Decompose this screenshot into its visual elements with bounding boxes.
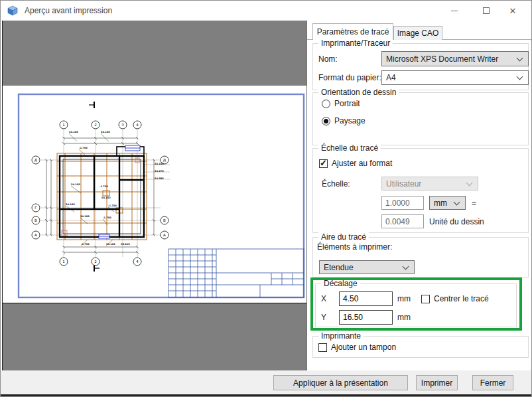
drawing-unit-input [381, 214, 424, 228]
svg-text:54.100: 54.100 [106, 243, 115, 246]
fit-to-paper-label: Ajuster au format [332, 159, 392, 168]
offset-x-input[interactable] [339, 291, 393, 306]
print-button[interactable]: Imprimer [416, 375, 458, 390]
minimize-icon [451, 11, 458, 11]
svg-text:В: В [163, 218, 166, 222]
group-title: Échelle du tracé [318, 143, 381, 153]
center-plot-checkbox-row[interactable]: Centrer le tracé [421, 294, 489, 303]
window-title: Aperçu avant impression [25, 1, 112, 21]
fit-to-paper-checkbox[interactable] [319, 159, 328, 168]
apply-to-layout-button[interactable]: Appliquer à la présentation [273, 375, 408, 390]
chevron-down-icon [517, 54, 523, 61]
chevron-down-icon [403, 263, 409, 270]
app-cube-icon [7, 5, 18, 16]
svg-text:54.100: 54.100 [101, 131, 110, 133]
svg-text:-1.750: -1.750 [108, 204, 117, 207]
svg-text:2: 2 [94, 260, 97, 264]
close-button[interactable]: ✕ [499, 1, 526, 21]
chevron-down-icon [517, 74, 523, 80]
tab-label: Image CAO [397, 29, 439, 38]
scale-factor-input [381, 196, 424, 210]
close-icon: ✕ [509, 7, 517, 15]
bottom-dark-strip [1, 394, 531, 397]
chevron-down-icon [466, 179, 473, 186]
offset-y-input[interactable] [339, 310, 393, 325]
offset-y-unit: mm [397, 310, 411, 325]
scale-value: Utilisateur [386, 179, 464, 189]
apply-label: Appliquer à la présentation [293, 378, 388, 388]
radio-portrait[interactable]: Portrait [322, 99, 360, 108]
radio-landscape-circle[interactable] [322, 117, 330, 125]
equals-sign: = [472, 196, 476, 210]
svg-text:-1.750: -1.750 [81, 243, 90, 246]
scale-unit-value: mm [434, 198, 452, 208]
center-plot-checkbox[interactable] [421, 295, 430, 303]
svg-text:А: А [163, 233, 166, 237]
maximize-icon [483, 7, 490, 14]
maximize-button[interactable] [473, 1, 499, 21]
svg-text:54.105: 54.105 [66, 203, 75, 206]
svg-text:54.100: 54.100 [69, 131, 78, 133]
paper-size-select[interactable]: A4 [381, 70, 529, 85]
printer-name-value: Microsoft XPS Document Writer [386, 54, 515, 64]
paper-size-value: A4 [386, 73, 515, 82]
group-title: Décalage [321, 279, 360, 288]
paper-size-label: Format du papier: [318, 70, 381, 85]
scale-select: Utilisateur [381, 177, 478, 191]
group-title: Orientation de dessin [318, 88, 399, 97]
svg-text:-1.700: -1.700 [103, 216, 111, 219]
printer-name-label: Nom: [318, 51, 338, 66]
footer-bar: Appliquer à la présentation Imprimer Fer… [1, 370, 531, 394]
stamp-checkbox-row[interactable]: Ajouter un tampon [318, 343, 396, 352]
print-preview-area: 1234124ДГВАДВА 54.10054.100-1.75054.105-… [2, 21, 307, 370]
tab-cad-image[interactable]: Image CAO [393, 26, 442, 40]
settings-panel: Paramètres de tracé Image CAO Imprimante… [307, 21, 532, 370]
svg-text:54.100: 54.100 [80, 215, 90, 218]
svg-text:58.015: 58.015 [121, 243, 130, 246]
print-label: Imprimer [421, 378, 452, 388]
svg-text:54.070: 54.070 [155, 170, 164, 173]
tab-plot-settings[interactable]: Paramètres de tracé [312, 23, 393, 40]
svg-text:-1.750: -1.750 [79, 147, 88, 149]
svg-text:-1.750: -1.750 [100, 185, 108, 188]
offset-x-label: X [321, 291, 326, 306]
radio-portrait-circle[interactable] [322, 100, 330, 108]
stamp-label: Ajouter un tampon [331, 343, 396, 352]
radio-portrait-label: Portrait [334, 99, 360, 108]
svg-text:А: А [34, 233, 37, 237]
svg-text:2: 2 [94, 123, 97, 127]
print-preview-dialog: Aperçu avant impression ✕ [0, 0, 532, 397]
svg-text:54.105: 54.105 [71, 183, 80, 186]
title-bar: Aperçu avant impression ✕ [1, 1, 531, 21]
offset-x-unit: mm [397, 291, 411, 306]
plot-items-label: Éléments à imprimer: [317, 242, 392, 252]
radio-landscape[interactable]: Paysage [322, 116, 366, 125]
plan-preview-drawing: 1234124ДГВАДВА 54.10054.100-1.75054.105-… [3, 86, 307, 303]
svg-text:3: 3 [121, 123, 124, 127]
title-block [168, 249, 304, 297]
offset-y-label: Y [321, 310, 326, 325]
svg-text:1: 1 [62, 260, 65, 264]
paper-sheet: 1234124ДГВАДВА 54.10054.100-1.75054.105-… [3, 86, 307, 303]
printer-name-select[interactable]: Microsoft XPS Document Writer [381, 51, 529, 66]
svg-text:Д: Д [34, 158, 38, 162]
svg-text:54.095: 54.095 [155, 177, 164, 180]
radio-landscape-label: Paysage [334, 116, 366, 125]
minimize-button[interactable] [441, 1, 468, 21]
svg-text:1: 1 [62, 123, 65, 127]
plot-items-value: Etendue [324, 263, 401, 272]
fit-to-paper-checkbox-row[interactable]: Ajuster au format [319, 159, 392, 168]
stamp-checkbox[interactable] [318, 343, 327, 352]
plot-items-select[interactable]: Etendue [319, 260, 415, 274]
group-title: Imprimante/Traceur [318, 39, 393, 48]
svg-text:4: 4 [136, 123, 139, 127]
center-plot-label: Centrer le tracé [434, 294, 489, 303]
chevron-down-icon [454, 198, 460, 205]
svg-text:54.105: 54.105 [155, 163, 164, 165]
scale-unit-select[interactable]: mm [429, 196, 466, 210]
close-dialog-button[interactable]: Fermer [472, 375, 513, 390]
scale-label: Échelle: [322, 177, 350, 191]
group-title: Imprimante [318, 331, 364, 341]
svg-text:54.102: 54.102 [101, 197, 111, 199]
tab-label: Paramètres de tracé [317, 27, 389, 37]
